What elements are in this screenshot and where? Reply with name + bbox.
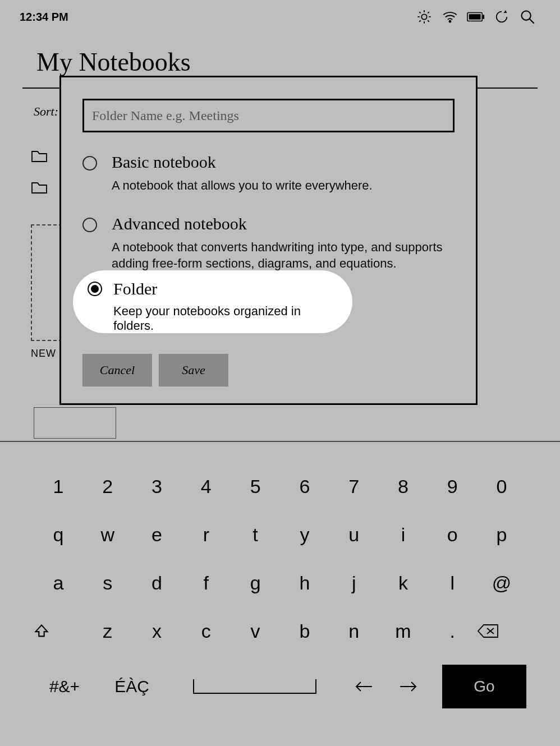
save-button[interactable]: Save (159, 354, 228, 386)
key[interactable]: 2 (83, 476, 132, 498)
svg-line-5 (419, 12, 420, 13)
backspace-icon (477, 624, 499, 638)
symbols-key[interactable]: #&+ (34, 677, 95, 696)
svg-line-8 (428, 12, 429, 13)
key[interactable]: p (477, 524, 526, 546)
key[interactable]: q (34, 524, 83, 546)
battery-icon (463, 12, 489, 22)
key[interactable]: 4 (181, 476, 231, 498)
key[interactable]: 1 (34, 476, 83, 498)
folder-icon (31, 181, 48, 194)
keyboard-row-bottom: #&+ ÉÀÇ Go (0, 658, 560, 715)
status-time: 12:34 PM (20, 11, 68, 24)
key[interactable]: y (280, 524, 329, 546)
keyboard-row: q w e r t y u i o p (0, 510, 560, 559)
space-key[interactable] (168, 673, 341, 701)
search-icon[interactable] (515, 9, 540, 25)
key[interactable]: c (181, 620, 231, 642)
brightness-icon[interactable] (411, 9, 437, 25)
key[interactable]: i (379, 524, 428, 546)
radio-checked-icon[interactable] (88, 282, 102, 296)
key[interactable]: e (132, 524, 182, 546)
key[interactable]: f (181, 572, 231, 594)
key[interactable]: u (329, 524, 379, 546)
option-title: Folder (113, 279, 157, 298)
key[interactable]: 7 (329, 476, 379, 498)
svg-rect-11 (469, 14, 481, 19)
status-bar: 12:34 PM (0, 0, 560, 34)
key[interactable]: n (329, 620, 379, 642)
folder-row[interactable] (31, 149, 48, 163)
key[interactable]: . (428, 620, 477, 642)
key[interactable]: z (83, 620, 132, 642)
keyboard-row: z x c v b n m . (0, 607, 560, 655)
key[interactable]: b (280, 620, 329, 642)
new-label: NEW (31, 348, 56, 360)
key[interactable]: d (132, 572, 182, 594)
option-desc: A notebook that allows you to write ever… (112, 177, 455, 194)
key[interactable]: x (132, 620, 182, 642)
key[interactable]: o (428, 524, 477, 546)
folder-name-input[interactable] (82, 99, 455, 132)
svg-line-14 (530, 19, 534, 24)
sync-icon[interactable] (489, 9, 515, 25)
backspace-key[interactable] (477, 624, 526, 638)
option-title: Advanced notebook (112, 214, 455, 233)
new-item-dialog: Basic notebook A notebook that allows yo… (59, 76, 478, 405)
svg-point-9 (449, 21, 451, 22)
option-basic[interactable]: Basic notebook A notebook that allows yo… (82, 153, 455, 194)
key[interactable]: j (329, 572, 379, 594)
page-title: My Notebooks (36, 47, 191, 77)
key[interactable]: r (181, 524, 231, 546)
key[interactable]: w (83, 524, 132, 546)
key[interactable]: 8 (379, 476, 428, 498)
key[interactable]: 3 (132, 476, 182, 498)
key[interactable]: g (231, 572, 280, 594)
folder-icon (31, 149, 48, 163)
svg-rect-12 (483, 15, 484, 19)
svg-point-0 (421, 14, 426, 19)
radio-unchecked-icon[interactable] (82, 156, 97, 171)
option-advanced[interactable]: Advanced notebook A notebook that conver… (82, 214, 455, 272)
folder-row[interactable] (31, 181, 48, 194)
key[interactable]: @ (477, 572, 526, 594)
key[interactable]: 9 (428, 476, 477, 498)
key[interactable]: 6 (280, 476, 329, 498)
shift-icon (34, 623, 49, 639)
go-key[interactable]: Go (442, 665, 526, 708)
shift-key[interactable] (34, 623, 83, 639)
key[interactable]: a (34, 572, 83, 594)
arrow-left-key[interactable] (341, 680, 386, 693)
key[interactable]: h (280, 572, 329, 594)
key[interactable]: l (428, 572, 477, 594)
on-screen-keyboard: 1 2 3 4 5 6 7 8 9 0 q w e r t y u i o p … (0, 441, 560, 746)
wifi-icon[interactable] (437, 10, 463, 24)
key[interactable]: 0 (477, 476, 526, 498)
option-folder[interactable]: Folder Keep your notebooks organized in … (73, 270, 352, 333)
page-thumbnail[interactable] (34, 407, 116, 439)
key[interactable]: 5 (231, 476, 280, 498)
svg-line-6 (428, 20, 429, 21)
option-title: Basic notebook (112, 153, 455, 172)
svg-point-13 (522, 11, 531, 20)
keyboard-row: a s d f g h j k l @ (0, 559, 560, 607)
key[interactable]: v (231, 620, 280, 642)
cancel-button[interactable]: Cancel (82, 354, 152, 386)
key[interactable]: s (83, 572, 132, 594)
keyboard-row-numbers: 1 2 3 4 5 6 7 8 9 0 (0, 462, 560, 510)
option-desc: Keep your notebooks organized in folders… (113, 304, 336, 333)
arrow-right-key[interactable] (386, 680, 431, 693)
arrow-right-icon (399, 680, 418, 693)
svg-line-7 (419, 20, 420, 21)
accents-key[interactable]: ÉÀÇ (95, 677, 168, 696)
option-desc: A notebook that converts handwriting int… (112, 239, 455, 272)
arrow-left-icon (354, 680, 373, 693)
sort-label[interactable]: Sort: (34, 104, 58, 119)
key[interactable]: k (379, 572, 428, 594)
key[interactable]: t (231, 524, 280, 546)
radio-unchecked-icon[interactable] (82, 218, 97, 232)
key[interactable]: m (379, 620, 428, 642)
